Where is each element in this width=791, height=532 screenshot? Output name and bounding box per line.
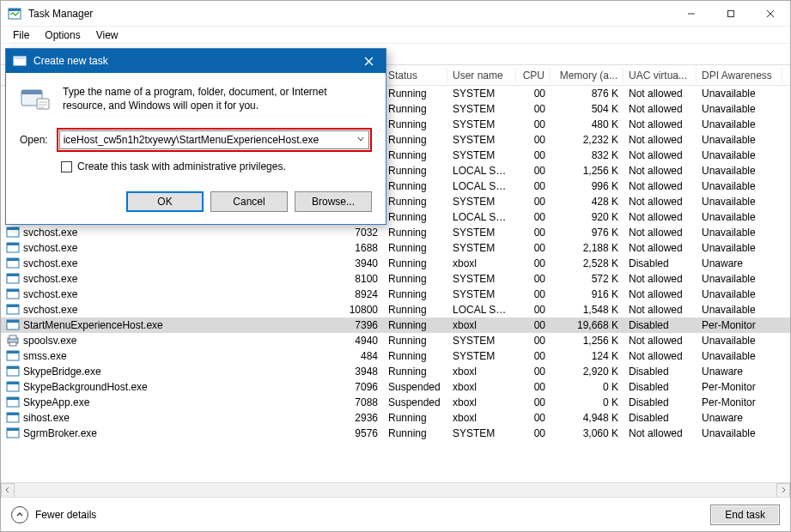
app-icon [6,366,20,378]
cell-uac: Not allowed [624,350,697,362]
cell-dpi: Unavailable [697,134,782,146]
cell-dpi: Unaware [697,412,782,424]
cell-user: SYSTEM [447,350,516,362]
menu-file[interactable]: File [6,27,36,43]
cell-user: SYSTEM [447,227,516,239]
cell-cpu: 00 [516,319,551,331]
cell-name: svchost.exe [1,304,332,316]
cell-user: xboxl [447,381,516,393]
cell-uac: Disabled [624,319,697,331]
cell-cpu: 00 [516,180,551,192]
cell-user: SYSTEM [447,335,516,347]
cell-dpi: Unavailable [697,211,782,223]
cell-status: Running [383,149,447,161]
col-user[interactable]: User name [447,68,516,83]
cell-mem: 480 K [551,118,624,130]
browse-button[interactable]: Browse... [295,191,372,212]
cell-status: Running [383,350,447,362]
table-row[interactable]: sihost.exe2936Runningxboxl004,948 KDisab… [1,410,790,426]
cell-dpi: Unaware [697,257,782,269]
cell-uac: Disabled [624,381,697,393]
table-row[interactable]: svchost.exe3940Runningxboxl002,528 KDisa… [1,256,790,271]
svg-rect-21 [9,336,16,339]
cell-dpi: Unavailable [697,88,782,100]
cell-uac: Disabled [624,412,697,424]
cell-name: SkypeBridge.exe [1,366,332,378]
svg-rect-30 [7,397,19,400]
app-icon [6,396,20,408]
col-uac[interactable]: UAC virtua... [624,68,697,83]
cell-cpu: 00 [516,165,551,177]
table-row[interactable]: StartMenuExperienceHost.exe7396Runningxb… [1,317,790,333]
table-row[interactable]: svchost.exe10800RunningLOCAL SE...001,54… [1,302,790,317]
cell-cpu: 00 [516,88,551,100]
cell-dpi: Per-Monitor [697,381,782,393]
footer: Fewer details End task [1,497,790,531]
scroll-right-button[interactable] [776,483,790,498]
col-status[interactable]: Status [383,68,447,83]
close-button[interactable] [751,1,790,27]
cell-pid: 7088 [332,396,383,408]
col-dpi[interactable]: DPI Awareness [697,68,782,83]
app-icon [6,319,20,331]
table-row[interactable]: smss.exe484RunningSYSTEM00124 KNot allow… [1,348,790,364]
table-row[interactable]: svchost.exe8100RunningSYSTEM00572 KNot a… [1,271,790,287]
window-controls [672,1,790,27]
cell-mem: 2,920 K [551,366,624,378]
cell-cpu: 00 [516,103,551,115]
cell-cpu: 00 [516,118,551,130]
horizontal-scrollbar[interactable] [1,482,790,497]
menu-options[interactable]: Options [38,27,87,43]
cell-status: Running [383,427,447,439]
table-row[interactable]: SkypeApp.exe7088Suspendedxboxl000 KDisab… [1,395,790,410]
open-input[interactable]: iceHost_cw5n1h2txyewy\StartMenuExperienc… [59,130,369,149]
ok-button[interactable]: OK [126,191,204,212]
maximize-button[interactable] [711,1,751,27]
cell-dpi: Unaware [697,366,782,378]
svg-rect-19 [7,320,19,323]
minimize-button[interactable] [672,1,711,27]
menu-view[interactable]: View [89,27,125,43]
cell-status: Suspended [383,381,447,393]
cell-cpu: 00 [516,273,551,285]
admin-checkbox[interactable] [61,161,72,172]
col-mem[interactable]: Memory (a... [551,68,624,83]
cell-user: SYSTEM [447,149,516,161]
cell-uac: Not allowed [624,149,697,161]
fewer-details-toggle[interactable]: Fewer details [11,506,710,523]
table-row[interactable]: svchost.exe7032RunningSYSTEM00976 KNot a… [1,225,790,240]
app-icon [6,412,20,424]
cell-mem: 0 K [551,381,624,393]
svg-rect-41 [21,90,42,94]
cell-name: sihost.exe [1,412,332,424]
chevron-down-icon[interactable] [356,134,365,146]
cell-cpu: 00 [516,257,551,269]
cell-dpi: Unavailable [697,227,782,239]
cancel-button[interactable]: Cancel [210,191,288,212]
table-row[interactable]: svchost.exe8924RunningSYSTEM00916 KNot a… [1,287,790,302]
cell-name: svchost.exe [1,242,332,254]
end-task-button[interactable]: End task [710,505,780,525]
table-row[interactable]: svchost.exe1688RunningSYSTEM002,188 KNot… [1,240,790,256]
col-cpu[interactable]: CPU [516,68,551,83]
cell-mem: 4,948 K [551,412,624,424]
scroll-left-button[interactable] [1,483,15,498]
cell-dpi: Unavailable [697,180,782,192]
cell-cpu: 00 [516,211,551,223]
table-row[interactable]: SkypeBackgroundHost.exe7096Suspendedxbox… [1,379,790,395]
cell-user: xboxl [447,396,516,408]
table-row[interactable]: SkypeBridge.exe3948Runningxboxl002,920 K… [1,364,790,379]
cell-mem: 2,232 K [551,134,624,146]
cell-mem: 19,668 K [551,319,624,331]
app-icon [8,7,21,21]
cell-mem: 572 K [551,273,624,285]
app-icon [6,227,20,239]
cell-user: SYSTEM [447,103,516,115]
cell-dpi: Unavailable [697,288,782,300]
dialog-close-button[interactable] [359,54,379,69]
table-row[interactable]: SgrmBroker.exe9576RunningSYSTEM003,060 K… [1,426,790,441]
cell-user: SYSTEM [447,196,516,208]
cell-cpu: 00 [516,396,551,408]
cell-mem: 428 K [551,196,624,208]
table-row[interactable]: spoolsv.exe4940RunningSYSTEM001,256 KNot… [1,333,790,348]
